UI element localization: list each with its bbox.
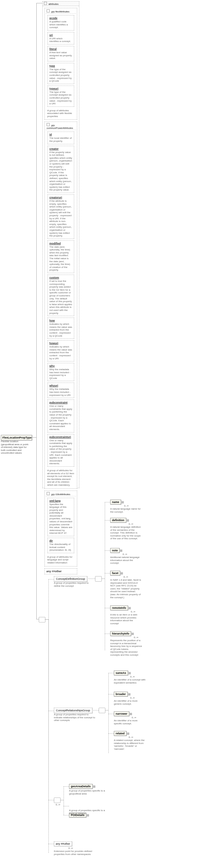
attribute-howuri: howuriIndicates by which means the value… — [48, 340, 74, 362]
attribute-desc: If the property value is not defined, sp… — [49, 151, 72, 191]
group-footer-desc: A group of attributes for all elements o… — [46, 468, 76, 488]
attribute-name: qcode — [49, 17, 72, 20]
attribute-desc: The directionality of textual content (e… — [49, 543, 72, 552]
connector-line — [109, 714, 114, 714]
attribute-custom: customIf set to true the corresponding p… — [48, 275, 74, 316]
attribute-desc: A URI which identifies a concept. — [49, 37, 72, 43]
element-desc: A group of properties specific to a geop… — [69, 789, 109, 795]
cardinality: 0..∞ — [134, 636, 138, 639]
attribute-name: id — [49, 133, 72, 136]
connector-line — [64, 786, 64, 815]
connector-line — [49, 619, 49, 844]
group-header: grp i18nAttributes — [46, 492, 76, 496]
attribute-id: idThe local identifier of the property. — [48, 131, 74, 144]
attribute-name: pubconstrainturi — [49, 435, 72, 438]
element-related: related — [114, 731, 126, 736]
element-label: definition — [112, 519, 124, 522]
cardinality: 0..∞ — [124, 504, 129, 507]
attributes-header: attributes — [43, 1, 79, 6]
flex-attributes-group: grp flexAttributes qcodeA qualified code… — [44, 8, 77, 120]
common-power-attributes-group: grp commonPowerAttributes idThe local id… — [44, 122, 77, 489]
element-label: geoAreaDetails — [71, 785, 91, 788]
attribute-name: whyuri — [49, 384, 72, 387]
cardinality: 0..∞ — [123, 553, 127, 556]
element-hierarchyinfo: hierarchyInfo — [110, 631, 131, 636]
element-label: facet — [112, 571, 118, 575]
sequence-connector — [99, 708, 106, 713]
attribute-desc: Indicates by which means the value was e… — [49, 323, 72, 337]
attribute-name: type — [49, 64, 72, 67]
root-type-desc: Flexible location (geopolitical area or … — [1, 440, 31, 455]
any-other-desc: Extension point for provider-defined pro… — [54, 850, 93, 856]
attribute-name: uri — [49, 34, 72, 37]
attribute-name: typeuri — [49, 87, 72, 90]
cardinality: 0..∞ — [68, 847, 73, 849]
connector-line — [64, 786, 69, 787]
element-broader: broader — [114, 692, 128, 696]
attribute-pubconstrainturi: pubconstrainturiOne or many constraints … — [48, 434, 74, 467]
any-other-label: any ##other — [56, 842, 70, 845]
attribute-whyuri: whyuriWhy the metadata has been included… — [48, 382, 74, 398]
connector-line — [49, 579, 54, 580]
element-label: note — [112, 549, 118, 552]
connector-line — [105, 573, 110, 574]
connector-line — [64, 815, 69, 815]
any-other-label: any ##other — [46, 570, 62, 573]
element-geoareadetails: geoAreaDetails — [69, 784, 93, 789]
group-header-label: grp i18nAttributes — [51, 493, 70, 496]
connector-line — [105, 633, 110, 634]
cardinality: 0..∞ — [132, 716, 136, 719]
connector-line — [88, 579, 95, 579]
sequence-connector — [95, 576, 102, 582]
connector-line — [105, 502, 110, 502]
connector-line — [36, 437, 37, 619]
group-footer-desc: A group of attributes associated with fl… — [46, 108, 76, 119]
group-header: grp commonPowerAttributes — [46, 123, 76, 130]
connector-line — [49, 711, 54, 711]
attribute-desc: If the attribute is empty, specifies whi… — [49, 199, 72, 238]
connector-line — [49, 844, 54, 844]
connector-line — [49, 800, 54, 800]
concept-relationships-group-box: ConceptRelationshipsGroup — [54, 708, 92, 713]
connector-line — [64, 806, 69, 806]
attribute-qcode: qcodeA qualified code which identifies a… — [48, 15, 74, 31]
attribute-typeuri: typeuriThe type of the concept assigned … — [48, 86, 74, 107]
element-note: note — [110, 548, 120, 553]
connector-line — [36, 3, 37, 437]
cardinality: 0..∞ — [129, 736, 133, 739]
connector-line — [36, 3, 42, 3]
attribute-xmllang: xml:langSpecifies the language of this p… — [48, 498, 74, 536]
attribute-creatoruri: creatoruriIf the attribute is empty, spe… — [48, 194, 74, 239]
attribute-name: dir — [49, 539, 72, 542]
attribute-desc: If set to true the corresponding propert… — [49, 280, 72, 314]
group-label: ConceptRelationshipsGroup — [56, 709, 90, 712]
connector-line — [36, 619, 39, 619]
connector-line — [109, 694, 114, 694]
element-desc: An identifier of a concept with equivale… — [114, 678, 146, 684]
connector-line — [93, 710, 99, 710]
attribute-desc: Why the metadata has been included - exp… — [49, 368, 72, 379]
attribute-uri: uriA URI which identifies a concept. — [48, 32, 74, 44]
element-label: narrower — [116, 712, 127, 715]
attribute-name: literal — [49, 48, 72, 51]
attribute-dir: dirThe directionality of textual content… — [48, 538, 74, 553]
attribute-desc: The local identifier of the property. — [49, 137, 72, 143]
attribute-name: creatoruri — [49, 196, 72, 199]
element-desc: Represents the position of a concept in … — [110, 639, 142, 657]
cardinality: 0..∞ — [123, 576, 128, 578]
connector-line — [105, 502, 105, 650]
attribute-type: typeThe type of the concept assigned as … — [48, 63, 74, 84]
attribute-desc: The type of the concept assigned as cont… — [49, 91, 72, 105]
element-label: sameAs — [116, 672, 126, 675]
sequence-connector — [39, 617, 46, 622]
attribute-literal: literalA free-text value assigned as pro… — [48, 46, 74, 61]
i18n-attributes-group: grp i18nAttributes xml:langSpecifies the… — [44, 491, 77, 566]
cardinality: 0..∞ — [131, 610, 135, 613]
element-sameas: sameAs — [114, 671, 128, 675]
attribute-desc: Specifies the language of this property … — [49, 503, 72, 535]
attribute-name: modified — [49, 242, 72, 245]
attribute-name: howuri — [49, 342, 72, 345]
group-label: ConceptDefinitionGroup — [56, 577, 85, 580]
element-narrower: narrower — [114, 711, 129, 716]
connector-line — [105, 608, 110, 608]
